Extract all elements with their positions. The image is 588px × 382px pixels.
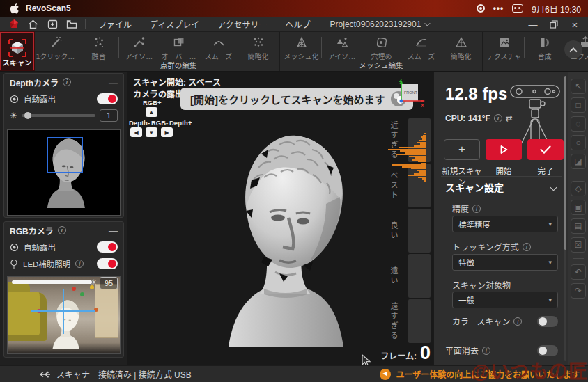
- toolbar-item-mesh[interactable]: メッシュ化: [281, 32, 321, 61]
- fill-holes-label: 穴埋め: [371, 51, 392, 61]
- rgb-minus-key[interactable]: ▼: [146, 127, 157, 137]
- menu-item-1[interactable]: ディスプレイ: [150, 18, 199, 30]
- minimize-button[interactable]: —: [524, 17, 542, 31]
- depth-exposure-value[interactable]: 1: [100, 109, 118, 122]
- info-icon[interactable]: i: [472, 205, 481, 213]
- brightness-icon: ☀: [10, 111, 17, 120]
- toolbar-item-merge[interactable]: 合成: [525, 32, 564, 61]
- revoscan-window: RevoScan5 ••• 9月6日 19:30 ファイルディスプレイアクセサリ…: [0, 0, 588, 382]
- scan-settings-header[interactable]: スキャン設定: [445, 180, 559, 194]
- collapse-section-icon[interactable]: —: [109, 225, 118, 236]
- rgb-plus-key[interactable]: ▲: [146, 107, 157, 117]
- tracking-dropdown[interactable]: 特徴 ▾: [452, 254, 558, 271]
- toolbar-item-simplify-cloud[interactable]: 簡略化: [238, 32, 278, 61]
- rgb-auto-exposure-toggle[interactable]: [97, 241, 118, 253]
- toolbar-item-fill-holes[interactable]: 穴埋め: [362, 32, 401, 61]
- depth-minus-key[interactable]: ◀: [130, 127, 142, 137]
- undo-icon[interactable]: ↶: [571, 264, 586, 280]
- menu-bar: ファイルディスプレイアクセサリーヘルプ: [98, 18, 311, 30]
- rgb-exposure-slider[interactable]: [12, 280, 92, 284]
- info-icon[interactable]: i: [513, 317, 522, 326]
- toolbar-item-smooth-mesh[interactable]: スムーズ: [401, 32, 441, 61]
- info-icon[interactable]: i: [75, 260, 84, 268]
- depth-plus-key[interactable]: ▶: [161, 127, 173, 137]
- object-dropdown[interactable]: 一般 ▾: [452, 292, 558, 308]
- more-menu-icon[interactable]: •••: [493, 3, 504, 13]
- polygon-select-icon[interactable]: ◇: [571, 181, 586, 196]
- new-scan-button[interactable]: +: [444, 139, 480, 160]
- plane-removal-label: 平面消去: [445, 344, 479, 356]
- main-area: Depthカメラ i — 自動露出 ☀ 1: [0, 72, 588, 365]
- invert-select-icon[interactable]: ▣: [571, 200, 586, 215]
- restore-button[interactable]: [545, 17, 563, 31]
- delete-icon[interactable]: ☒: [571, 237, 586, 253]
- duplicate-icon[interactable]: ▤: [571, 218, 586, 234]
- toolbar-item-isolated-points[interactable]: アイソ…: [119, 32, 159, 61]
- close-button[interactable]: ×: [566, 17, 584, 31]
- toolbar-item-isolated-mesh[interactable]: アイソ…: [322, 32, 362, 61]
- input-method-icon[interactable]: [512, 4, 523, 13]
- toolbar-item-overlap[interactable]: オーバー…: [159, 32, 199, 61]
- info-icon[interactable]: i: [523, 243, 531, 251]
- info-icon[interactable]: i: [494, 114, 502, 122]
- overlap-label: オーバー…: [162, 51, 196, 61]
- info-icon[interactable]: i: [63, 78, 71, 86]
- simplify-mesh-label: 簡略化: [451, 51, 472, 61]
- color-scan-label: カラースキャン: [452, 315, 510, 327]
- chevron-down-icon: ▾: [548, 221, 552, 228]
- toolbar-item-one-click[interactable]: 1クリック…: [36, 32, 75, 61]
- toolbar-item-simplify-mesh[interactable]: 簡略化: [441, 32, 481, 61]
- collapse-toolbar-button[interactable]: [564, 40, 582, 58]
- plane-removal-toggle[interactable]: [537, 345, 558, 356]
- rgb-camera-title: RGBカメラ: [10, 225, 54, 237]
- texture-label: テクスチャ: [487, 51, 522, 61]
- led-bulb-icon: [10, 259, 18, 269]
- scrollbar-thumb[interactable]: [564, 76, 566, 250]
- menu-item-3[interactable]: ヘルプ: [286, 18, 311, 30]
- depth-exposure-slider[interactable]: [22, 114, 95, 117]
- ellipse-select-icon[interactable]: ○: [571, 135, 586, 150]
- toolbar-group-label: [484, 61, 564, 71]
- project-selector[interactable]: Project09062023192901: [330, 19, 429, 29]
- announcement-icon[interactable]: [380, 369, 391, 380]
- tracking-label-row: トラッキング方式 i: [452, 241, 531, 253]
- gauge-label-2: 良い: [388, 209, 399, 253]
- rect-select-icon[interactable]: □: [571, 97, 586, 113]
- merge-icon: [538, 35, 552, 50]
- info-icon[interactable]: i: [482, 347, 490, 355]
- plane-select-icon[interactable]: ◪: [571, 154, 586, 169]
- axis-gizmo[interactable]: FRONT Z X: [393, 79, 425, 109]
- start-button[interactable]: [486, 139, 522, 160]
- menu-item-2[interactable]: アクセサリー: [217, 18, 267, 30]
- collapse-section-icon[interactable]: —: [109, 77, 118, 88]
- led-fill-light-label: LED補助照明: [23, 258, 70, 269]
- info-icon[interactable]: i: [58, 226, 66, 234]
- toolbar-item-fusion[interactable]: 融合: [79, 32, 118, 61]
- color-scan-toggle[interactable]: [537, 316, 558, 327]
- fusion-icon: [92, 35, 106, 50]
- depth-auto-exposure-toggle[interactable]: [97, 93, 118, 104]
- home-icon[interactable]: [25, 18, 40, 31]
- done-button[interactable]: [527, 139, 564, 160]
- new-project-icon[interactable]: [45, 18, 60, 31]
- rgb-minus-label: RGB-: [151, 119, 168, 127]
- system-clock[interactable]: 9月6日 19:30: [532, 3, 581, 15]
- toolbar-item-texture[interactable]: テクスチャ: [484, 32, 524, 61]
- toolbar-item-smooth-cloud[interactable]: スムーズ: [199, 32, 238, 61]
- accuracy-dropdown[interactable]: 標準精度 ▾: [452, 216, 558, 232]
- record-icon[interactable]: [477, 4, 485, 13]
- tab-scan[interactable]: スキャン: [0, 32, 34, 70]
- rgb-camera-preview: ☀ 95: [7, 276, 121, 354]
- led-fill-light-toggle[interactable]: [97, 258, 118, 269]
- accuracy-label: 精度: [452, 202, 469, 214]
- mesh-icon: [295, 35, 309, 50]
- watermark: @いつもの匠: [472, 356, 588, 382]
- rgb-exposure-value[interactable]: 95: [100, 277, 118, 289]
- select-arrow-icon[interactable]: ↖: [571, 79, 586, 94]
- redo-icon[interactable]: ↷: [571, 283, 586, 299]
- start-scan-tooltip: [開始]をクリックしてスキャンを始めます: [180, 88, 413, 110]
- lasso-select-icon[interactable]: ◌: [571, 116, 586, 132]
- scan-viewport[interactable]: スキャン開始: スペース カメラの露出調整: RGB+ ▲ Depth- RGB…: [127, 72, 433, 365]
- menu-item-0[interactable]: ファイル: [98, 18, 132, 30]
- open-project-icon[interactable]: [64, 18, 79, 31]
